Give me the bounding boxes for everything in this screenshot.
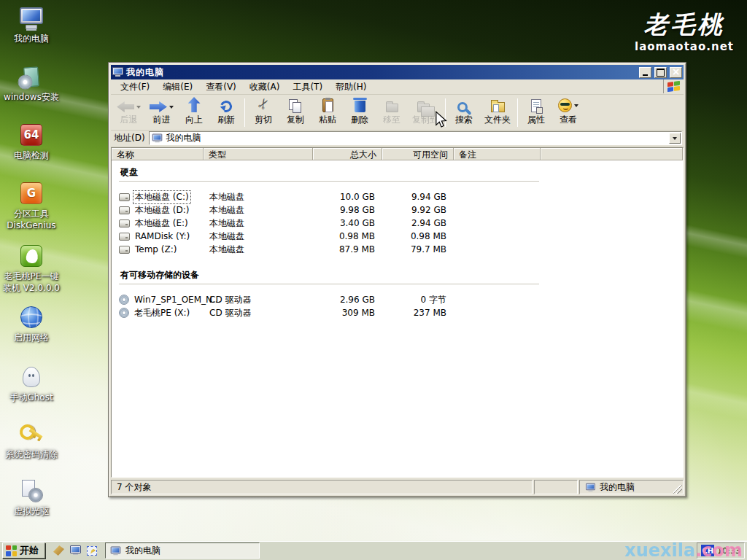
brand-logo: 老毛桃 laomaotao.net [635,9,734,53]
desktop-icon-my-computer[interactable]: 我的电脑 [0,4,63,44]
close-button[interactable] [670,67,682,78]
toolbar-button-folders[interactable]: 文件夹 [480,96,515,129]
chevron-down-icon[interactable] [136,106,141,111]
table-row[interactable]: Win7_SP1_OEM_N...CD 驱动器2.96 GB0 字节 [119,293,683,306]
folders-icon [491,102,505,112]
show-desktop-icon[interactable] [70,545,81,553]
badge-64-glyph: 64 [20,124,42,146]
address-dropdown-button[interactable] [669,133,681,144]
language-indicator[interactable]: CH [701,545,714,556]
type-cell: 本地磁盘 [204,191,313,203]
menu-item-0[interactable]: 文件(F) [114,79,156,96]
toolbar-button-refresh[interactable]: 刷新 [210,96,242,129]
table-row[interactable]: Temp (Z:)本地磁盘87.9 MB79.7 MB [119,243,683,256]
column-header-0[interactable]: 名称 [112,148,204,160]
table-row[interactable]: 本地磁盘 (C:)本地磁盘10.0 GB9.94 GB [119,190,683,203]
desktop-icon-enable-network[interactable]: 启用网络 [0,303,63,343]
sweeper-icon[interactable] [53,545,64,556]
enable-network-icon [15,303,47,331]
column-header-5[interactable] [541,148,683,160]
toolbar-button-copy[interactable]: 复制 [279,96,311,129]
type-cell: CD 驱动器 [204,294,313,306]
desktop-icon-diskgenius[interactable]: G分区工具DiskGenius [0,179,63,230]
toolbar-button-paste[interactable]: 粘贴 [311,96,344,129]
chevron-down-icon[interactable] [169,106,174,111]
menu-item-1[interactable]: 编辑(E) [156,79,199,96]
toolbar-button-arrow-right[interactable]: 前进 [145,96,178,129]
item-name[interactable]: 本地磁盘 (E:) [133,217,190,230]
toolbar-icon-wrap [531,99,541,112]
size-cell: 309 MB [313,308,382,318]
desktop-icon-laomaotao-pe-installer[interactable]: 老毛桃PE一键装机 V2.0.0.0 [0,242,63,293]
free-cell: 9.94 GB [382,192,454,202]
toolbar-button-arrow-up[interactable]: 向上 [178,96,210,129]
size-cell: 87.9 MB [313,244,382,254]
chevron-down-icon[interactable] [574,104,578,109]
windows-install-icon [15,63,47,90]
menu-item-5[interactable]: 帮助(H) [329,79,373,96]
desktop-icon-manual-ghost[interactable]: 手动Ghost [0,363,63,402]
desktop-icon-virtual-cd[interactable]: 虚拟光驱 [0,477,63,516]
item-name[interactable]: 老毛桃PE (X:) [133,307,191,319]
toolbar-button-scissors[interactable]: 剪切 [247,96,279,129]
toolbar-button-search[interactable]: 搜索 [448,96,480,129]
toolbar-button-views[interactable]: 查看 [552,96,584,129]
arrow-right-icon [150,101,167,112]
clock[interactable]: 10:33 [717,546,740,556]
computer-icon [586,483,595,490]
column-header-2[interactable]: 总大小 [313,148,382,160]
toolbar-button-properties[interactable]: 属性 [520,96,552,129]
table-row[interactable]: 本地磁盘 (D:)本地磁盘9.98 GB9.92 GB [119,203,683,217]
column-header-4[interactable]: 备注 [454,148,541,160]
toolbar-button-delete[interactable]: 删除 [344,96,376,129]
desktop-icon-label: 启用网络 [14,332,49,343]
resize-grip[interactable] [673,485,682,494]
menu-item-2[interactable]: 查看(V) [199,79,243,96]
item-name[interactable]: 本地磁盘 (C:) [133,191,190,203]
item-name[interactable]: Temp (Z:) [133,244,178,254]
item-name[interactable]: 本地磁盘 (D:) [133,204,190,217]
toolbar-button-label: 删除 [351,114,368,126]
toolbar: 后退前进向上刷新剪切复制粘贴删除移至复制到搜索文件夹属性查看 [111,95,684,131]
desktop-icon-password-clear[interactable]: 系统密码清除 [0,420,63,459]
taskbar: 开始 我的电脑 CH 10:33 [0,540,747,560]
desktop-icon-pc-check[interactable]: 64电脑检测 [0,121,63,160]
my-computer-icon [15,4,47,32]
start-logo-square [6,551,11,556]
taskbar-task-my-computer[interactable]: 我的电脑 [105,542,260,559]
maximize-button[interactable] [654,67,667,78]
desktop-icon-windows-install[interactable]: windows安装 [0,63,63,102]
item-name[interactable]: RAMDisk (Y:) [133,231,191,241]
desktop-icon-label: 老毛桃PE一键 [4,271,59,281]
table-row[interactable]: RAMDisk (Y:)本地磁盘0.98 MB0.98 MB [119,230,683,243]
table-row[interactable]: 老毛桃PE (X:)CD 驱动器309 MB237 MB [119,306,683,319]
disk-icon [119,246,130,254]
windows-flag-icon [667,81,680,92]
windows-flag-logo [663,79,684,93]
menu-item-3[interactable]: 收藏(A) [243,79,287,96]
title-bar[interactable]: 我的电脑 [111,65,684,79]
desktop-icon-label: 虚拟光驱 [14,506,49,516]
desktop-icon-label: 手动Ghost [9,392,53,402]
column-header-3[interactable]: 可用空间 [382,148,454,160]
free-cell: 0 字节 [382,294,454,306]
toolbar-icon-wrap [150,101,174,112]
toolbar-icon-wrap [258,95,269,112]
start-button[interactable]: 开始 [2,542,45,559]
toolbar-button-label: 前进 [153,114,171,126]
free-cell: 237 MB [382,308,454,318]
install-disc-glyph [23,66,39,87]
minimize-button[interactable] [639,67,651,78]
table-row[interactable]: 本地磁盘 (E:)本地磁盘3.40 GB2.94 GB [119,217,683,230]
menu-item-4[interactable]: 工具(T) [286,79,329,96]
toolbar-icon-wrap [355,98,365,112]
media-editor-icon[interactable] [87,546,97,556]
group-divider [119,284,539,284]
address-combobox[interactable]: 我的电脑 [149,131,682,145]
paste-icon [322,98,333,112]
arrow-up-icon [188,97,201,112]
toolbar-icon-wrap [386,100,398,112]
disk-icon [119,219,130,228]
column-header-1[interactable]: 类型 [204,148,313,160]
address-label: 地址(D) [114,132,145,144]
